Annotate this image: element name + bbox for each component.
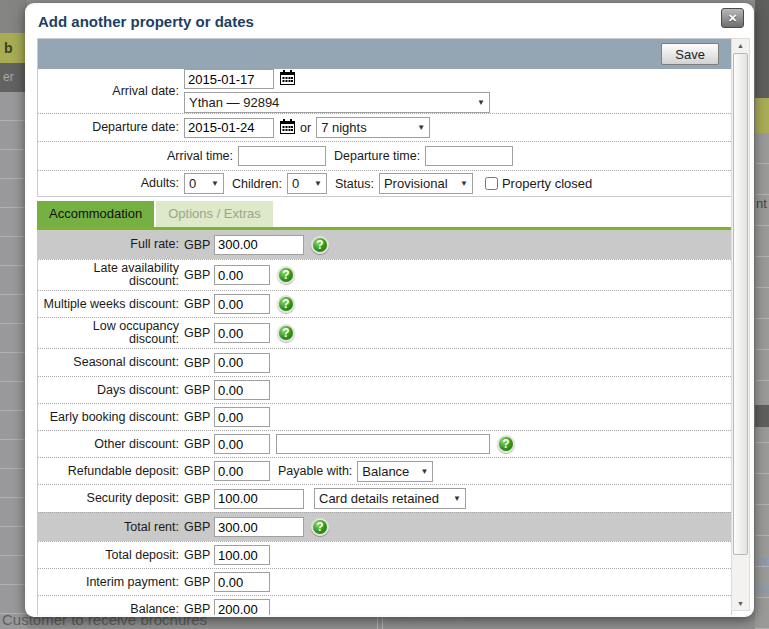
row-label: Total rent: [38, 521, 184, 534]
early-booking-discount-input[interactable] [214, 407, 270, 427]
calendar-icon[interactable] [280, 70, 295, 88]
row-label: Days discount: [38, 384, 184, 397]
payable-with-select-value: Balance [362, 464, 409, 479]
card-details-select[interactable]: Card details retained ▼ [314, 488, 466, 509]
help-icon[interactable]: ? [277, 324, 295, 342]
property-closed-checkbox[interactable] [485, 177, 498, 190]
scroll-up-arrow-icon[interactable]: ▲ [732, 39, 749, 52]
background-partial-link: orn [756, 553, 769, 568]
adults-select[interactable]: 0 ▼ [184, 173, 224, 194]
background-olive-bar [755, 98, 769, 133]
dialog-scrollbar[interactable]: ▲ ▼ [731, 38, 750, 611]
row-early-booking-discount: Early booking discount: GBP [38, 403, 731, 430]
help-icon[interactable]: ? [277, 266, 295, 284]
row-days-discount: Days discount: GBP [38, 376, 731, 403]
interim-payment-input[interactable] [214, 572, 270, 592]
children-select-value: 0 [292, 176, 299, 191]
payable-with-select[interactable]: Balance ▼ [357, 461, 433, 482]
property-select[interactable]: Ythan — 92894 ▼ [184, 92, 490, 113]
row-seasonal-discount: Seasonal discount: GBP [38, 348, 731, 376]
children-select[interactable]: 0 ▼ [287, 173, 327, 194]
row-multiple-weeks-discount: Multiple weeks discount: GBP ? [38, 290, 731, 317]
low-occupancy-discount-input[interactable] [214, 323, 270, 343]
seasonal-discount-input[interactable] [214, 353, 270, 373]
currency-label: GBP [184, 356, 214, 370]
close-icon[interactable]: ✕ [721, 8, 744, 28]
refundable-deposit-input[interactable] [214, 461, 270, 481]
help-icon[interactable]: ? [311, 236, 329, 254]
background-dark-bar [755, 405, 769, 427]
row-label: Full rate: [38, 238, 184, 251]
row-label: Other discount: [38, 438, 184, 451]
adults-select-value: 0 [189, 176, 196, 191]
background-dark-bar: er [0, 63, 27, 92]
row-label: Low occupancy discount: [38, 320, 184, 346]
chevron-down-icon: ▼ [453, 494, 461, 503]
help-icon[interactable]: ? [311, 518, 329, 536]
departure-time-input[interactable] [425, 146, 513, 166]
other-discount-description-input[interactable] [276, 434, 490, 454]
background-strip [755, 0, 769, 98]
arrival-time-input[interactable] [238, 146, 326, 166]
status-select[interactable]: Provisional ▼ [379, 173, 473, 194]
row-label: Security deposit: [38, 492, 184, 505]
row-security-deposit: Security deposit: GBP Card details retai… [38, 484, 731, 512]
row-label: Refundable deposit: [38, 465, 184, 478]
arrival-date-row: Arrival date: Ythan — 92894 ▼ [38, 69, 731, 113]
chevron-down-icon: ▼ [477, 98, 485, 107]
chevron-down-icon: ▼ [211, 179, 219, 188]
other-discount-input[interactable] [214, 434, 270, 454]
departure-date-input[interactable] [184, 118, 274, 138]
scroll-down-arrow-icon[interactable]: ▼ [732, 597, 749, 610]
nights-select-value: 7 nights [321, 120, 367, 135]
currency-label: GBP [184, 464, 214, 478]
row-label: Balance: [38, 603, 184, 616]
security-deposit-input[interactable] [214, 489, 304, 509]
late-availability-discount-input[interactable] [214, 265, 270, 285]
row-total-deposit: Total deposit: GBP [38, 541, 731, 568]
property-closed-label: Property closed [502, 176, 592, 191]
total-deposit-input[interactable] [214, 545, 270, 565]
full-rate-input[interactable] [214, 235, 304, 255]
property-select-value: Ythan — 92894 [189, 95, 279, 110]
days-discount-input[interactable] [214, 380, 270, 400]
status-select-value: Provisional [384, 176, 448, 191]
help-icon[interactable]: ? [497, 435, 515, 453]
add-property-dialog: Add another property or dates ✕ Save Arr… [25, 3, 754, 617]
times-row: Arrival time: Departure time: [38, 141, 731, 170]
multiple-weeks-discount-input[interactable] [214, 294, 270, 314]
currency-label: GBP [184, 326, 214, 340]
booking-details-box: Save Arrival date: Ythan — 92894 ▼ [37, 38, 732, 197]
save-button[interactable]: Save [661, 43, 719, 65]
chevron-down-icon: ▼ [460, 179, 468, 188]
guests-status-row: Adults: 0 ▼ Children: 0 ▼ Status: Provis… [38, 170, 731, 196]
row-balance: Balance: GBP [38, 595, 731, 617]
payable-with-label: Payable with: [278, 464, 352, 478]
arrival-date-input[interactable] [184, 69, 274, 89]
currency-label: GBP [184, 268, 214, 282]
chevron-down-icon: ▼ [417, 123, 425, 132]
departure-time-label: Departure time: [334, 149, 420, 163]
chevron-down-icon: ▼ [314, 179, 322, 188]
currency-label: GBP [184, 492, 214, 506]
help-icon[interactable]: ? [277, 295, 295, 313]
background-partial-link: ner [756, 581, 769, 596]
balance-input[interactable] [214, 599, 270, 617]
arrival-time-label: Arrival time: [38, 149, 238, 163]
departure-date-label: Departure date: [38, 121, 184, 134]
tab-accommodation[interactable]: Accommodation [37, 201, 154, 227]
dialog-toolbar: Save [38, 39, 731, 69]
tab-bar: Accommodation Options / Extras [37, 201, 732, 227]
row-total-rent: Total rent: GBP ? [38, 512, 731, 541]
or-label: or [300, 121, 311, 135]
total-rent-input[interactable] [214, 517, 304, 537]
tab-options-extras[interactable]: Options / Extras [156, 201, 272, 227]
scrollbar-thumb[interactable] [733, 53, 748, 555]
row-low-occupancy-discount: Low occupancy discount: GBP ? [38, 317, 731, 348]
nights-select[interactable]: 7 nights ▼ [316, 117, 430, 138]
currency-label: GBP [184, 383, 214, 397]
row-label: Multiple weeks discount: [38, 298, 184, 311]
status-label: Status: [335, 177, 374, 191]
card-details-select-value: Card details retained [319, 491, 439, 506]
calendar-icon[interactable] [280, 119, 295, 137]
